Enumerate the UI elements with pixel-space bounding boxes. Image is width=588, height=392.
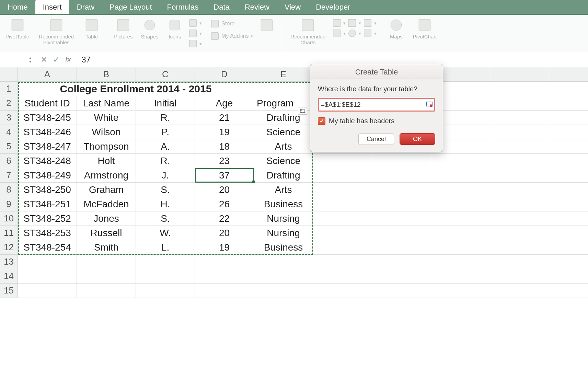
cell[interactable] (490, 96, 549, 111)
shapes-button[interactable]: Shapes (138, 17, 161, 40)
cell[interactable] (549, 211, 588, 226)
cell[interactable] (490, 284, 549, 298)
cancel-button[interactable]: Cancel (358, 133, 394, 145)
cell[interactable] (431, 240, 490, 255)
cell[interactable] (490, 255, 549, 269)
cell[interactable] (490, 139, 549, 154)
store-button[interactable]: Store (210, 19, 253, 28)
cell[interactable] (313, 183, 372, 197)
cell[interactable] (490, 82, 549, 96)
cell[interactable]: A. (136, 139, 195, 154)
cell[interactable]: ST348-251 (18, 197, 77, 211)
cell[interactable]: Business (254, 240, 313, 255)
cell[interactable] (18, 255, 77, 269)
row-header-1[interactable]: 1 (0, 82, 18, 96)
cell[interactable] (136, 284, 195, 298)
row-header-7[interactable]: 7 (0, 168, 18, 183)
cell[interactable] (431, 269, 490, 284)
tab-data[interactable]: Data (206, 0, 237, 14)
cell[interactable]: ST348-248 (18, 154, 77, 168)
cell[interactable] (313, 154, 372, 168)
tab-home[interactable]: Home (0, 0, 35, 14)
cell[interactable] (136, 269, 195, 284)
cell[interactable] (490, 197, 549, 211)
cell[interactable] (313, 168, 372, 183)
cancel-formula-icon[interactable]: ✕ (41, 55, 47, 65)
cell[interactable]: S. (136, 183, 195, 197)
cell[interactable] (372, 197, 431, 211)
column-header[interactable] (490, 67, 549, 82)
cell[interactable]: Nursing (254, 226, 313, 240)
cell[interactable]: ST348-253 (18, 226, 77, 240)
cell[interactable]: 37 (195, 168, 254, 183)
cell[interactable]: ST348-250 (18, 183, 77, 197)
name-box-stepper-icon[interactable]: ▲▼ (28, 56, 32, 64)
cell[interactable]: L. (136, 240, 195, 255)
cell[interactable] (254, 269, 313, 284)
recommended-charts-button[interactable]: Recommended Charts (286, 17, 330, 46)
cell[interactable]: W. (136, 226, 195, 240)
cell[interactable] (372, 154, 431, 168)
header-cell[interactable]: Initial (136, 96, 195, 111)
recommended-pivot-button[interactable]: Recommended PivotTables (35, 17, 78, 46)
cell[interactable] (549, 111, 588, 125)
pivot-table-button[interactable]: PivotTable (3, 17, 32, 40)
cell[interactable] (549, 284, 588, 298)
cell[interactable]: J. (136, 168, 195, 183)
row-header-8[interactable]: 8 (0, 183, 18, 197)
cell[interactable] (549, 255, 588, 269)
row-header-6[interactable]: 6 (0, 154, 18, 168)
cell[interactable] (490, 240, 549, 255)
row-header-13[interactable]: 13 (0, 255, 18, 269)
tab-draw[interactable]: Draw (69, 0, 102, 14)
cell[interactable]: Wilson (77, 125, 136, 139)
range-selector-icon[interactable] (426, 101, 433, 108)
cell[interactable]: Smith (77, 240, 136, 255)
cell[interactable]: Thompson (77, 139, 136, 154)
cell[interactable]: Armstrong (77, 168, 136, 183)
cell[interactable] (549, 226, 588, 240)
row-header-4[interactable]: 4 (0, 125, 18, 139)
cell[interactable] (431, 226, 490, 240)
cell[interactable]: Science (254, 154, 313, 168)
cell[interactable]: Nursing (254, 211, 313, 226)
cell[interactable] (195, 284, 254, 298)
header-cell[interactable]: Age (195, 96, 254, 111)
cell[interactable] (549, 168, 588, 183)
pivot-chart-button[interactable]: PivotChart (410, 17, 439, 40)
cell[interactable] (136, 255, 195, 269)
row-header-10[interactable]: 10 (0, 211, 18, 226)
cell[interactable] (313, 284, 372, 298)
cell[interactable] (490, 211, 549, 226)
spreadsheet-grid[interactable]: A B C D E 1 College Enrollment 2014 - 20… (0, 67, 588, 298)
cell[interactable] (313, 255, 372, 269)
name-box[interactable]: ▲▼ (0, 52, 34, 67)
cell[interactable] (549, 82, 588, 96)
cell[interactable]: Arts (254, 139, 313, 154)
cell[interactable] (549, 269, 588, 284)
cell[interactable] (77, 269, 136, 284)
headers-checkbox[interactable]: ✓ (318, 117, 325, 125)
cell[interactable]: Arts (254, 183, 313, 197)
cell[interactable] (313, 240, 372, 255)
cell[interactable] (490, 154, 549, 168)
row-header-11[interactable]: 11 (0, 226, 18, 240)
cell[interactable]: ST348-254 (18, 240, 77, 255)
cell[interactable]: 19 (195, 125, 254, 139)
cell[interactable]: Science (254, 125, 313, 139)
cell[interactable]: 22 (195, 211, 254, 226)
maps-button[interactable]: Maps (385, 17, 407, 40)
cell[interactable] (254, 82, 313, 96)
cell[interactable] (372, 226, 431, 240)
cell[interactable] (431, 284, 490, 298)
cell[interactable]: P. (136, 125, 195, 139)
cell[interactable] (549, 96, 588, 111)
cell[interactable]: 18 (195, 139, 254, 154)
row-header-2[interactable]: 2 (0, 96, 18, 111)
cell[interactable]: R. (136, 111, 195, 125)
icons-button[interactable]: Icons (164, 17, 186, 40)
cell[interactable] (490, 269, 549, 284)
cell[interactable] (431, 168, 490, 183)
cell[interactable] (490, 183, 549, 197)
cell[interactable]: Graham (77, 183, 136, 197)
